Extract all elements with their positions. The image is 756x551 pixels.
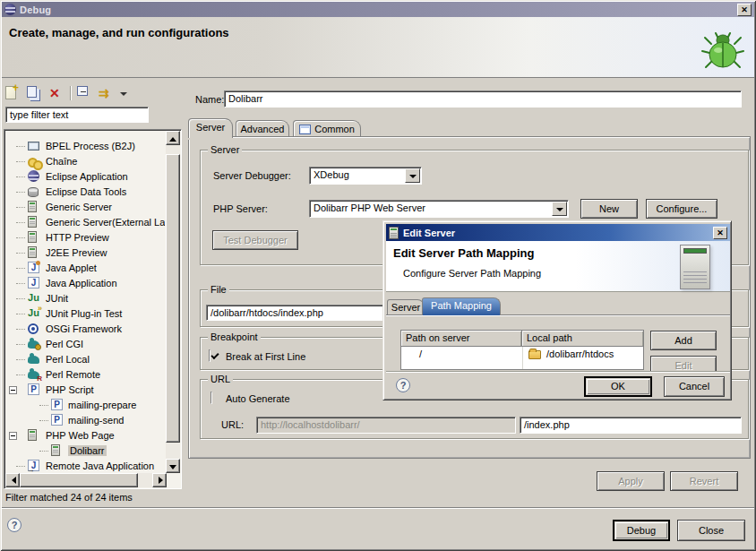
edit-server-dialog: Edit Server ✕ Edit Server Path Mapping C… <box>382 220 732 400</box>
server-group-title: Server <box>208 144 242 155</box>
new-server-button[interactable]: New <box>580 199 638 219</box>
dialog-tab-path-mapping[interactable]: Path Mapping <box>422 297 501 315</box>
break-first-line-checkbox[interactable] <box>209 349 210 362</box>
new-configuration-icon[interactable] <box>5 86 21 101</box>
window-close-button[interactable]: ✕ <box>737 4 752 16</box>
cancel-button[interactable]: Cancel <box>664 376 725 397</box>
tree-item-java-applet[interactable]: JJava Applet <box>5 261 165 276</box>
tree-item-php-script[interactable]: PPHP Script <box>5 383 165 398</box>
java-application-icon: J <box>28 277 39 288</box>
tree-item-eclipse-application[interactable]: Eclipse Application <box>5 169 165 185</box>
perl-camel-icon <box>28 340 39 349</box>
filter-input[interactable]: type filter text <box>5 107 149 123</box>
url-base-input: http://localhostdolibarr/ <box>256 417 516 434</box>
scroll-right-icon[interactable] <box>152 473 167 487</box>
scroll-left-icon[interactable] <box>5 473 20 487</box>
tree-item-junit-plugin-test[interactable]: JuJUnit Plug-in Test <box>5 306 165 322</box>
apply-button[interactable]: Apply <box>597 471 665 491</box>
tree-horizontal-scrollbar[interactable] <box>5 473 167 487</box>
tree-item-mailing-send[interactable]: Pmailing-send <box>5 413 165 428</box>
duplicate-icon[interactable] <box>27 86 42 101</box>
help-icon[interactable]: ? <box>7 518 21 532</box>
page-title: Create, manage, and run configurations <box>9 26 229 39</box>
collapse-expander-icon[interactable] <box>9 386 17 394</box>
dialog-help-icon[interactable]: ? <box>396 378 410 392</box>
url-group-title: URL <box>208 374 233 384</box>
chevron-down-icon[interactable] <box>552 202 567 216</box>
server-icon <box>28 429 37 441</box>
tree-item-generic-server-external[interactable]: Generic Server(External La <box>5 215 165 230</box>
add-mapping-button[interactable]: Add <box>650 331 717 350</box>
tree-item-dolibarr[interactable]: Dolibarr <box>5 443 165 459</box>
column-header-local-path[interactable]: Local path <box>522 331 643 347</box>
title-bar[interactable]: Debug ✕ <box>2 2 754 17</box>
name-input[interactable]: Dolibarr <box>224 90 742 108</box>
junit-plugin-icon: Ju <box>28 307 39 319</box>
filter-status-text: Filter matched 24 of 24 items <box>5 492 133 503</box>
ok-button[interactable]: OK <box>584 376 652 397</box>
server-path-cell: / <box>419 349 422 359</box>
collapse-all-icon[interactable] <box>77 86 92 101</box>
column-header-path-on-server[interactable]: Path on server <box>401 331 522 347</box>
tab-common[interactable]: Common <box>293 120 361 137</box>
tree-item-eclipse-data-tools[interactable]: Eclipse Data Tools <box>5 185 165 200</box>
dialog-tab-server[interactable]: Server <box>387 299 425 315</box>
php-server-select[interactable]: Dolibarr PHP Web Server <box>309 200 569 218</box>
tree-item-mailing-prepare[interactable]: Pmailing-prepare <box>5 398 165 413</box>
php-icon: P <box>51 399 63 410</box>
dialog-close-button[interactable]: ✕ <box>713 227 727 239</box>
tab-advanced[interactable]: Advanced <box>236 120 289 137</box>
server-icon <box>389 227 399 239</box>
java-applet-icon: J <box>28 262 39 273</box>
tree-item-junit[interactable]: JuJUnit <box>5 291 165 306</box>
tree-item-http-preview[interactable]: HTTP Preview <box>5 230 165 245</box>
tree-item-perl-remote[interactable]: Perl Remote <box>5 367 165 383</box>
common-tab-icon <box>299 125 311 134</box>
tree-item-j2ee-preview[interactable]: J2EE Preview <box>5 245 165 261</box>
edit-server-title-bar[interactable]: Edit Server ✕ <box>386 224 730 241</box>
server-icon <box>51 444 60 456</box>
close-button[interactable]: Close <box>677 520 745 541</box>
collapse-expander-icon[interactable] <box>9 432 17 440</box>
php-icon: P <box>28 383 39 395</box>
php-server-label: PHP Server: <box>213 203 268 214</box>
configurations-tree: BPEL Process (B2J) Chaîne Eclipse Applic… <box>4 129 182 489</box>
revert-button[interactable]: Revert <box>670 471 738 491</box>
delete-icon[interactable] <box>48 86 64 101</box>
server-icon <box>28 216 37 228</box>
perl-camel-icon <box>28 356 39 364</box>
remote-java-icon: J <box>28 460 39 471</box>
scroll-up-icon[interactable] <box>166 131 180 145</box>
debug-button[interactable]: Debug <box>613 520 670 541</box>
dialog-subheading: Configure Server Path Mapping <box>403 268 541 279</box>
toolbar-separator <box>70 86 71 100</box>
scroll-down-icon[interactable] <box>166 459 180 473</box>
configure-button[interactable]: Configure... <box>646 199 717 219</box>
bpel-icon <box>28 142 39 151</box>
chevron-down-icon[interactable] <box>405 168 420 183</box>
tree-item-perl-cgi[interactable]: Perl CGI <box>5 337 165 352</box>
url-path-input[interactable]: /index.php <box>520 417 742 434</box>
tree-item-osgi-framework[interactable]: OSGi Framework <box>5 322 165 337</box>
tree-vertical-scrollbar[interactable] <box>166 131 180 473</box>
test-debugger-button[interactable]: Test Debugger <box>212 230 298 250</box>
tree-item-perl-local[interactable]: Perl Local <box>5 352 165 367</box>
file-group-title: File <box>208 284 229 295</box>
table-row[interactable]: / /dolibarr/htdocs <box>401 347 643 362</box>
auto-generate-checkbox[interactable] <box>210 392 212 404</box>
debug-bug-icon <box>700 31 745 73</box>
tree-item-java-application[interactable]: JJava Application <box>5 276 165 291</box>
tab-server[interactable]: Server <box>188 118 233 138</box>
auto-generate-label: Auto Generate <box>226 393 290 404</box>
tree-item-remote-java-application[interactable]: JRemote Java Application <box>5 459 165 472</box>
filter-icon[interactable] <box>99 86 114 101</box>
scrollbar-thumb[interactable] <box>20 473 138 487</box>
toolbar-menu-arrow-icon[interactable] <box>120 86 129 101</box>
server-debugger-select[interactable]: XDebug <box>309 167 422 185</box>
tree-item-generic-server[interactable]: Generic Server <box>5 200 165 215</box>
scrollbar-thumb[interactable] <box>166 154 180 443</box>
tree-item-php-web-page[interactable]: PHP Web Page <box>5 428 165 443</box>
tree-item-chaine[interactable]: Chaîne <box>5 154 165 169</box>
tree-item-bpel-process[interactable]: BPEL Process (B2J) <box>5 139 165 154</box>
chain-icon <box>28 155 41 168</box>
